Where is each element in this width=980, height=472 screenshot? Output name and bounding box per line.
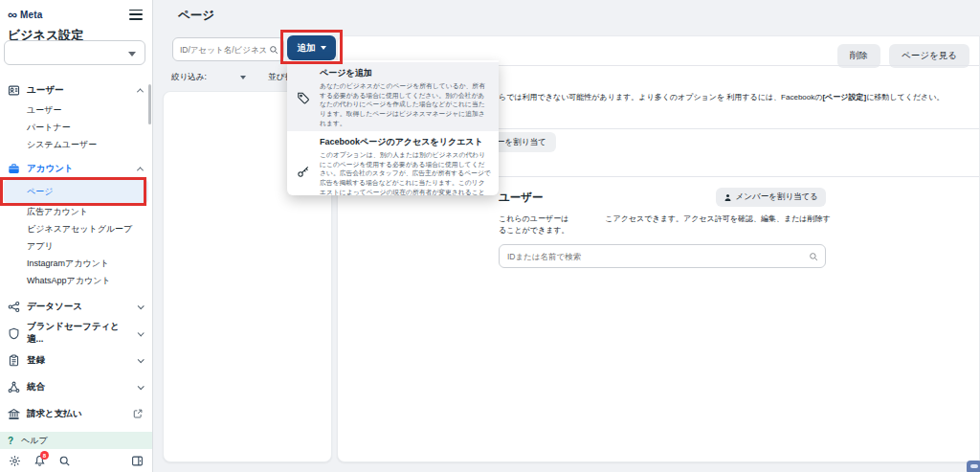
notification-badge: 8: [40, 451, 49, 460]
asset-search-box: [172, 37, 284, 61]
sidebar-item-instagram-accounts[interactable]: Instagramアカウント: [0, 255, 152, 272]
users-icon: [8, 84, 20, 97]
meta-logo-text: Meta: [20, 10, 43, 20]
sidebar-section-billing[interactable]: 請求と支払い: [0, 400, 152, 427]
sidebar-item-partners[interactable]: パートナー: [0, 119, 152, 136]
page-title: ページ: [178, 8, 214, 24]
sidebar-item-pages[interactable]: ページ: [4, 180, 148, 203]
registrations-icon: [8, 354, 20, 367]
menu-item-description: このオプションは、別の人または別のビジネスの代わりにこのページを使用する必要があ…: [320, 150, 491, 195]
filter-dropdown[interactable]: 絞り込み:: [171, 67, 246, 88]
sidebar-item-ad-accounts[interactable]: 広告アカウント: [0, 203, 152, 220]
sidebar-nav: ユーザー ユーザー パートナー システムユーザー アカウント ページ 広告アカウ…: [0, 79, 152, 427]
asset-search-input[interactable]: [173, 45, 269, 55]
add-button-label: 追加: [298, 42, 316, 55]
sidebar-scrollbar[interactable]: [148, 84, 151, 124]
sidebar-section-label: ユーザー: [27, 84, 63, 97]
chevron-down-icon: [138, 356, 145, 363]
sidebar-section-label: 請求と支払い: [27, 408, 81, 420]
collapse-sidebar-icon[interactable]: [131, 455, 144, 467]
external-link-icon: [133, 409, 143, 418]
settings-notice: らでは利用できない可能性があります。より多くのオプションを 利用するには、Fac…: [499, 93, 958, 103]
sidebar-section-integrations[interactable]: 統合: [0, 373, 152, 400]
user-search-input[interactable]: [500, 245, 825, 267]
menu-item-add-page[interactable]: ページを追加 あなたのビジネスがこのページを所有しているか、所有する必要がある場…: [287, 62, 499, 131]
users-section-title: ユーザー: [499, 191, 544, 205]
shield-icon: [8, 327, 20, 340]
menu-item-title: ページを追加: [320, 67, 491, 79]
sidebar-item-system-users[interactable]: システムユーザー: [0, 136, 152, 153]
meta-logo: Meta: [8, 6, 43, 23]
sidebar-item-apps[interactable]: アプリ: [0, 237, 152, 255]
add-dropdown-menu: ページを追加 あなたのビジネスがこのページを所有しているか、所有する必要がある場…: [287, 60, 499, 195]
integrations-icon: [8, 381, 20, 393]
notice-text: らでは利用できない可能性があります。より多くのオプションを 利用するには、Fac…: [499, 93, 822, 101]
sidebar-section-users[interactable]: ユーザー: [0, 79, 152, 101]
chevron-up-icon: [137, 167, 144, 173]
sidebar-header: Meta: [0, 0, 152, 23]
assign-members-label: メンバーを割り当てる: [736, 191, 818, 203]
notifications-button[interactable]: 8: [33, 455, 46, 467]
sidebar-item-whatsapp-accounts[interactable]: WhatsAppアカウント: [0, 272, 152, 289]
chevron-down-icon: [138, 383, 145, 390]
chevron-down-icon: [240, 76, 246, 79]
add-button[interactable]: 追加: [287, 35, 336, 60]
sidebar-section-label: アカウント: [27, 163, 74, 175]
menu-item-description: あなたのビジネスがこのページを所有しているか、所有する必要がある場合に使用してく…: [320, 81, 491, 127]
notice-tail: に移動してください。: [866, 93, 944, 101]
users-section: ユーザー メンバーを割り当てる これらのユーザーはこアクセスできます。アクセス許…: [499, 187, 826, 268]
data-sources-icon: [8, 301, 20, 313]
page-settings-link[interactable]: [ページ設定]: [822, 93, 866, 101]
menu-item-request-page-access[interactable]: Facebookページのアクセスをリクエスト このオプションは、別の人または別の…: [287, 131, 499, 195]
business-settings-screen: Meta ビジネス設定 ユーザー ユーザー パートナー システムユーザー アカウ…: [0, 0, 980, 472]
sidebar-item-users[interactable]: ユーザー: [0, 101, 152, 119]
key-icon: [297, 165, 310, 178]
chat-bubble-button[interactable]: [967, 461, 980, 472]
sidebar: Meta ビジネス設定 ユーザー ユーザー パートナー システムユーザー アカウ…: [0, 0, 153, 472]
meta-infinity-icon: [8, 6, 17, 23]
sidebar-section-brand-safety[interactable]: ブランドセーフティと適...: [0, 320, 152, 347]
users-description: これらのユーザーはこアクセスできます。アクセス許可を確認、編集、または削除す る…: [499, 214, 826, 236]
hamburger-menu-icon[interactable]: [129, 10, 143, 20]
sidebar-section-label: 登録: [27, 354, 45, 367]
sidebar-bottom-bar: 8: [0, 450, 152, 472]
user-search-box: [499, 244, 826, 268]
search-icon: [809, 252, 818, 261]
chevron-up-icon: [137, 88, 144, 95]
person-icon: [724, 193, 732, 202]
gear-icon[interactable]: [9, 455, 21, 467]
chevron-down-icon: [138, 303, 145, 309]
chevron-down-icon: [138, 329, 145, 336]
menu-item-title: Facebookページのアクセスをリクエスト: [320, 136, 491, 148]
sidebar-section-label: 統合: [27, 381, 45, 393]
help-label: ヘルプ: [21, 435, 48, 447]
tag-icon: [297, 91, 310, 104]
sidebar-section-data-sources[interactable]: データソース: [0, 293, 152, 320]
search-icon: [269, 45, 278, 55]
chevron-down-icon: [321, 46, 326, 50]
chevron-down-icon: [128, 52, 136, 56]
billing-icon: [8, 408, 20, 420]
sidebar-item-business-asset-groups[interactable]: ビジネスアセットグループ: [0, 220, 152, 237]
sidebar-section-registrations[interactable]: 登録: [0, 347, 152, 373]
sidebar-section-accounts[interactable]: アカウント: [0, 157, 152, 180]
filter-label: 絞り込み:: [171, 72, 207, 83]
sidebar-section-label: データソース: [27, 301, 82, 313]
accounts-icon: [8, 163, 20, 175]
assign-members-button[interactable]: メンバーを割り当てる: [716, 188, 826, 207]
sidebar-section-label: ブランドセーフティと適...: [27, 321, 131, 346]
business-selector-dropdown[interactable]: [4, 40, 145, 65]
search-icon[interactable]: [58, 455, 71, 467]
help-icon: [8, 436, 13, 446]
sidebar-item-help[interactable]: ヘルプ: [0, 432, 152, 449]
